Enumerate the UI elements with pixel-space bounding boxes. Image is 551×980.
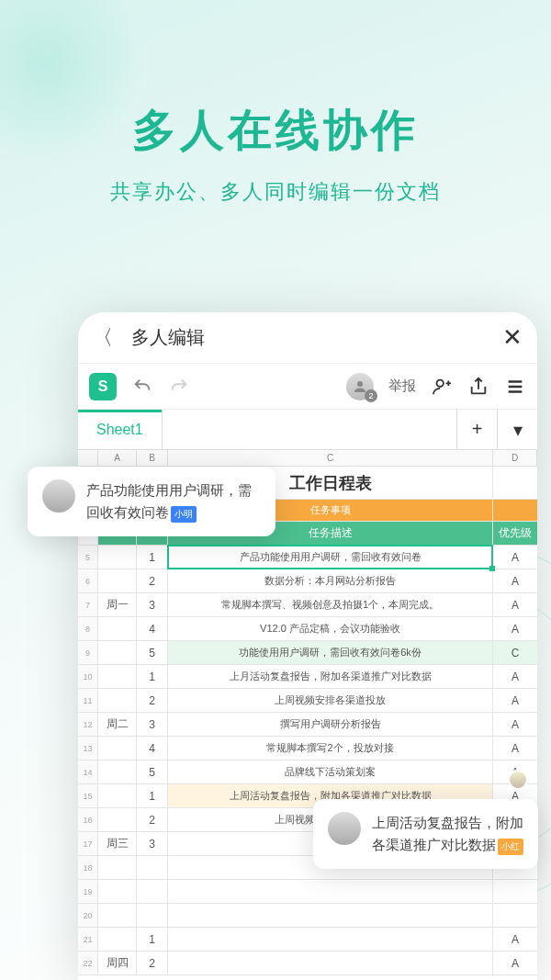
- collaborator-avatar[interactable]: [346, 373, 374, 400]
- cell[interactable]: 1: [137, 928, 168, 951]
- row-number[interactable]: 19: [78, 880, 98, 903]
- cell[interactable]: A: [493, 713, 537, 736]
- cell[interactable]: C: [493, 641, 537, 664]
- menu-icon[interactable]: [504, 376, 526, 398]
- col-header[interactable]: C: [168, 450, 493, 466]
- row-number[interactable]: 8: [78, 617, 98, 640]
- cell[interactable]: [493, 500, 537, 521]
- cell[interactable]: A: [493, 569, 537, 592]
- close-icon[interactable]: ✕: [502, 323, 523, 352]
- row-number[interactable]: 7: [78, 593, 98, 616]
- cell[interactable]: A: [493, 546, 537, 569]
- row-number[interactable]: 17: [78, 832, 98, 855]
- cell[interactable]: 5: [137, 641, 168, 664]
- row-number[interactable]: 14: [78, 760, 98, 783]
- cell[interactable]: 周二: [98, 713, 137, 736]
- cell[interactable]: A: [493, 737, 537, 760]
- cell[interactable]: [98, 784, 137, 807]
- back-icon[interactable]: 〈: [93, 324, 113, 352]
- cell[interactable]: [137, 856, 168, 879]
- col-header[interactable]: A: [98, 450, 137, 466]
- row-number[interactable]: 12: [78, 713, 98, 736]
- cell[interactable]: [168, 904, 493, 927]
- row-number[interactable]: 20: [78, 904, 98, 927]
- row-number[interactable]: 15: [78, 784, 98, 807]
- share-icon[interactable]: [467, 376, 489, 398]
- row-number[interactable]: 10: [78, 665, 98, 688]
- cell[interactable]: A: [493, 689, 537, 712]
- cell[interactable]: 2: [137, 952, 168, 974]
- cell[interactable]: [98, 928, 137, 951]
- cell[interactable]: 2: [137, 808, 168, 831]
- cell[interactable]: [98, 641, 137, 664]
- cell[interactable]: A: [493, 593, 537, 616]
- cell[interactable]: 3: [137, 713, 168, 736]
- cell[interactable]: [493, 880, 537, 903]
- cell[interactable]: [98, 569, 137, 592]
- cell[interactable]: 1: [137, 784, 168, 807]
- cell[interactable]: 产品功能使用用户调研，需回收有效问卷: [168, 546, 493, 569]
- cell[interactable]: [98, 808, 137, 831]
- cell[interactable]: [98, 904, 137, 927]
- add-person-icon[interactable]: [431, 376, 453, 398]
- cell[interactable]: [493, 467, 537, 499]
- cell[interactable]: [98, 665, 137, 688]
- cell[interactable]: 周四: [98, 952, 137, 974]
- cell[interactable]: [98, 546, 137, 569]
- cell[interactable]: A: [493, 928, 537, 951]
- cell[interactable]: 上周视频安排各渠道投放: [168, 689, 493, 712]
- cell[interactable]: 5: [137, 760, 168, 783]
- cell[interactable]: 4: [137, 737, 168, 760]
- cell[interactable]: 撰写用户调研分析报告: [168, 713, 493, 736]
- cell[interactable]: 2: [137, 689, 168, 712]
- cell[interactable]: 2: [137, 569, 168, 592]
- cell[interactable]: 1: [137, 546, 168, 569]
- cell[interactable]: 4: [137, 617, 168, 640]
- cell[interactable]: [493, 904, 537, 927]
- row-number[interactable]: 16: [78, 808, 98, 831]
- col-header[interactable]: B: [137, 450, 168, 466]
- cell[interactable]: 常规脚本撰写2个，投放对接: [168, 737, 493, 760]
- cell[interactable]: [98, 856, 137, 879]
- cell[interactable]: 功能使用用户调研，需回收有效问卷6k份: [168, 641, 493, 664]
- cell[interactable]: [137, 880, 168, 903]
- cell[interactable]: 周一: [98, 593, 137, 616]
- row-number[interactable]: 21: [78, 928, 98, 951]
- cell[interactable]: 数据分析：本月网站分析报告: [168, 569, 493, 592]
- cell[interactable]: [98, 880, 137, 903]
- cell[interactable]: [168, 952, 493, 974]
- cell[interactable]: 3: [137, 593, 168, 616]
- row-number[interactable]: 18: [78, 856, 98, 879]
- row-number[interactable]: 13: [78, 737, 98, 760]
- row-number[interactable]: 6: [78, 569, 98, 592]
- row-number[interactable]: 22: [78, 952, 98, 974]
- cell[interactable]: A: [493, 617, 537, 640]
- undo-icon[interactable]: [131, 376, 153, 398]
- cell[interactable]: [168, 880, 493, 903]
- sheet-dropdown-icon[interactable]: ▾: [497, 410, 537, 449]
- row-number[interactable]: 11: [78, 689, 98, 712]
- cell[interactable]: V12.0 产品定稿，会议功能验收: [168, 617, 493, 640]
- cell[interactable]: [168, 928, 493, 951]
- cell[interactable]: [98, 760, 137, 783]
- cell[interactable]: 1: [137, 665, 168, 688]
- header-cell[interactable]: 优先级: [493, 522, 537, 545]
- cell[interactable]: [98, 617, 137, 640]
- row-number[interactable]: 5: [78, 546, 98, 569]
- cell[interactable]: 常规脚本撰写、视频创意及拍摄1个，本周完成。: [168, 593, 493, 616]
- cell[interactable]: [98, 737, 137, 760]
- cell[interactable]: [137, 904, 168, 927]
- col-header[interactable]: D: [493, 450, 537, 466]
- cell[interactable]: 周三: [98, 832, 137, 855]
- sheet-tab[interactable]: Sheet1: [78, 410, 163, 449]
- cell[interactable]: A: [493, 952, 537, 974]
- redo-icon[interactable]: [168, 376, 190, 398]
- add-sheet-icon[interactable]: +: [456, 410, 497, 449]
- row-number[interactable]: 9: [78, 641, 98, 664]
- cell[interactable]: 品牌线下活动策划案: [168, 760, 493, 783]
- report-button[interactable]: 举报: [388, 377, 416, 395]
- cell[interactable]: A: [493, 665, 537, 688]
- cell[interactable]: [98, 689, 137, 712]
- select-all-corner[interactable]: [78, 450, 98, 466]
- cell[interactable]: 上月活动复盘报告，附加各渠道推广对比数据: [168, 665, 493, 688]
